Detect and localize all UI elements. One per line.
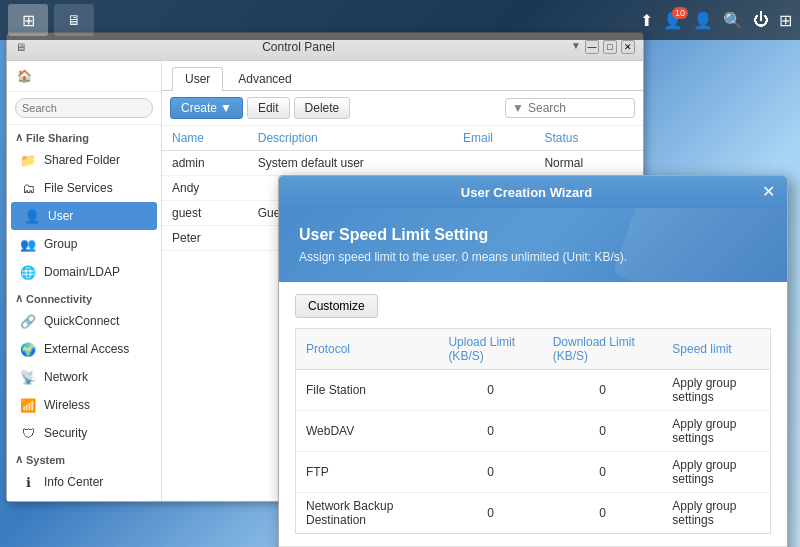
wizard-col-protocol: Protocol bbox=[296, 329, 439, 370]
wizard-header: User Speed Limit Setting Assign speed li… bbox=[279, 208, 787, 282]
wizard-table-row: FTP 0 0 Apply group settings bbox=[296, 452, 771, 493]
wizard-cell-download: 0 bbox=[543, 370, 663, 411]
wizard-table-row: WebDAV 0 0 Apply group settings bbox=[296, 411, 771, 452]
taskbar-app-browser[interactable]: 🖥 bbox=[54, 4, 94, 36]
wizard-cell-protocol: FTP bbox=[296, 452, 439, 493]
wizard-cell-speed-limit: Apply group settings bbox=[662, 452, 770, 493]
wizard-titlebar: User Creation Wizard ✕ bbox=[279, 176, 787, 208]
wizard-table-row: File Station 0 0 Apply group settings bbox=[296, 370, 771, 411]
wizard-cell-upload: 0 bbox=[438, 452, 542, 493]
wizard-cell-speed-limit: Apply group settings bbox=[662, 370, 770, 411]
wizard-close-button[interactable]: ✕ bbox=[762, 184, 775, 200]
customize-button[interactable]: Customize bbox=[295, 294, 378, 318]
wizard-cell-protocol: Network Backup Destination bbox=[296, 493, 439, 534]
wizard-table-body: File Station 0 0 Apply group settings We… bbox=[296, 370, 771, 534]
wizard-col-speed-limit: Speed limit bbox=[662, 329, 770, 370]
wizard-col-upload: Upload Limit (KB/S) bbox=[438, 329, 542, 370]
notification-icon[interactable]: 👤 10 bbox=[663, 11, 683, 30]
wizard-speed-table: Protocol Upload Limit (KB/S) Download Li… bbox=[295, 328, 771, 534]
wizard-cell-upload: 0 bbox=[438, 411, 542, 452]
wizard-cell-download: 0 bbox=[543, 411, 663, 452]
wizard-cell-speed-limit: Apply group settings bbox=[662, 411, 770, 452]
browser-icon: 🖥 bbox=[67, 12, 81, 28]
wizard-table-header: Protocol Upload Limit (KB/S) Download Li… bbox=[296, 329, 771, 370]
wizard-cell-download: 0 bbox=[543, 493, 663, 534]
wizard-table-row: Network Backup Destination 0 0 Apply gro… bbox=[296, 493, 771, 534]
wizard-title: User Creation Wizard bbox=[291, 185, 762, 200]
wizard-cell-speed-limit: Apply group settings bbox=[662, 493, 770, 534]
widgets-taskbar-icon[interactable]: ⊞ bbox=[779, 11, 792, 30]
search-taskbar-icon[interactable]: 🔍 bbox=[723, 11, 743, 30]
wizard-body: Customize Protocol Upload Limit (KB/S) D… bbox=[279, 282, 787, 546]
wizard-header-desc: Assign speed limit to the user. 0 means … bbox=[299, 250, 767, 264]
taskbar-app-grid[interactable]: ⊞ bbox=[8, 4, 48, 36]
grid-icon: ⊞ bbox=[22, 11, 35, 30]
wizard-col-download: Download Limit (KB/S) bbox=[543, 329, 663, 370]
notification-badge: 10 bbox=[672, 7, 688, 19]
wizard-cell-upload: 0 bbox=[438, 370, 542, 411]
wizard-cell-protocol: WebDAV bbox=[296, 411, 439, 452]
wizard-overlay: User Creation Wizard ✕ User Speed Limit … bbox=[0, 0, 800, 547]
wizard-header-title: User Speed Limit Setting bbox=[299, 226, 767, 244]
wizard-window: User Creation Wizard ✕ User Speed Limit … bbox=[278, 175, 788, 547]
wizard-cell-download: 0 bbox=[543, 452, 663, 493]
wizard-cell-upload: 0 bbox=[438, 493, 542, 534]
taskbar: ⊞ 🖥 ⬆ 👤 10 👤 🔍 ⏻ ⊞ bbox=[0, 0, 800, 40]
user-taskbar-icon[interactable]: 👤 bbox=[693, 11, 713, 30]
upload-taskbar-icon[interactable]: ⬆ bbox=[640, 11, 653, 30]
wizard-cell-protocol: File Station bbox=[296, 370, 439, 411]
taskbar-right: ⬆ 👤 10 👤 🔍 ⏻ ⊞ bbox=[640, 11, 792, 30]
power-taskbar-icon[interactable]: ⏻ bbox=[753, 11, 769, 29]
